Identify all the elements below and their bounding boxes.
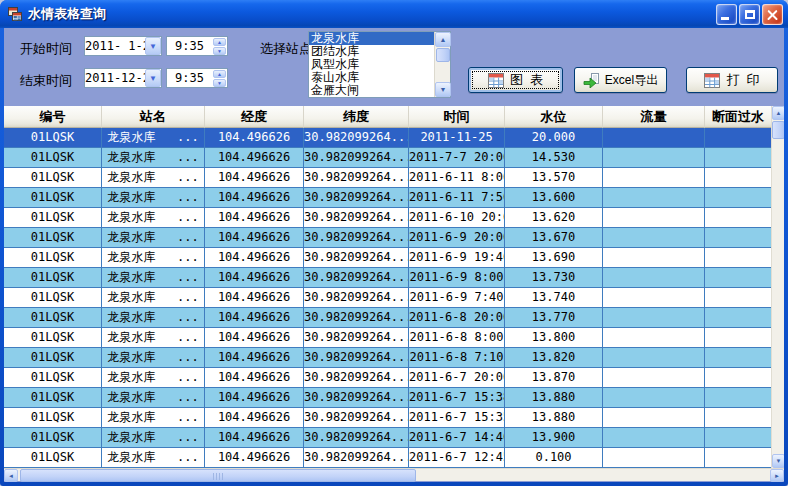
scroll-up-icon[interactable]: ▲ [435,32,451,47]
spin-down-icon[interactable]: ▼ [213,47,226,55]
table-row[interactable]: 01LQSK龙泉水库 ...104.49662630.982099264...2… [4,408,771,428]
print-button[interactable]: 打 印 [686,67,778,93]
table-cell [603,368,705,387]
station-listbox[interactable]: 龙泉水库团结水库凤型水库泰山水库金雁大闸 ▲ ▼ [308,31,451,98]
table-cell: 01LQSK [4,128,102,147]
table-cell: 30.982099264... [304,388,409,407]
scrollbar-thumb[interactable] [772,121,784,139]
table-cell: 30.982099264... [304,368,409,387]
close-button[interactable] [762,4,783,25]
scrollbar-thumb[interactable] [20,469,416,482]
table-row[interactable]: 01LQSK龙泉水库 ...104.49662630.982099264...2… [4,328,771,348]
scroll-down-icon[interactable]: ▼ [435,82,451,97]
station-list-scrollbar[interactable]: ▲ ▼ [434,32,450,97]
table-cell: 13.880 [505,388,603,407]
table-cell: 104.496626 [205,308,304,327]
app-window: 水情表格查询 开始时间 2011- 1-26 ▼ 9:35 ▲ ▼ 结束时间 2… [0,0,788,486]
table-cell [705,368,771,387]
start-date-picker[interactable]: 2011- 1-26 ▼ [84,36,162,56]
table-cell: 2011-6-7 14:40 [409,428,505,447]
table-row[interactable]: 01LQSK龙泉水库 ...104.49662630.982099264...2… [4,348,771,368]
table-cell [603,128,705,147]
table-cell: 龙泉水库 ... [102,448,205,467]
table-row[interactable]: 01LQSK龙泉水库 ...104.49662630.982099264...2… [4,128,771,148]
spin-up-icon[interactable]: ▲ [213,38,226,46]
table-cell: 104.496626 [205,228,304,247]
column-header-3[interactable]: 纬度 [304,106,409,128]
column-header-1[interactable]: 站名 [102,106,205,128]
scroll-right-icon[interactable]: ► [770,469,784,482]
end-date-picker[interactable]: 2011-12-26 ▼ [84,68,162,88]
maximize-button[interactable] [739,4,760,25]
excel-export-button[interactable]: Excel导出 [574,67,667,93]
table-cell [603,248,705,267]
grid-horizontal-scrollbar[interactable]: ◄ ► [4,468,784,481]
table-cell [705,248,771,267]
table-row[interactable]: 01LQSK龙泉水库 ...104.49662630.982099264...2… [4,428,771,448]
table-row[interactable]: 01LQSK龙泉水库 ...104.49662630.982099264...2… [4,268,771,288]
scrollbar-thumb[interactable] [436,48,450,62]
data-grid: 编号站名经度纬度时间水位流量断面过水 01LQSK龙泉水库 ...104.496… [4,106,784,481]
chevron-down-icon[interactable]: ▼ [145,37,161,55]
table-cell [603,408,705,427]
scroll-left-icon[interactable]: ◄ [4,469,18,482]
column-header-2[interactable]: 经度 [205,106,304,128]
table-cell [705,448,771,467]
table-row[interactable]: 01LQSK龙泉水库 ...104.49662630.982099264...2… [4,188,771,208]
table-row[interactable]: 01LQSK龙泉水库 ...104.49662630.982099264...2… [4,228,771,248]
table-row[interactable]: 01LQSK龙泉水库 ...104.49662630.982099264...2… [4,208,771,228]
table-cell: 13.570 [505,168,603,187]
end-time-spinner[interactable]: 9:35 ▲ ▼ [166,68,228,88]
table-cell: 104.496626 [205,268,304,287]
table-cell: 13.870 [505,368,603,387]
table-cell: 104.496626 [205,448,304,467]
table-row[interactable]: 01LQSK龙泉水库 ...104.49662630.982099264...2… [4,388,771,408]
table-cell: 104.496626 [205,368,304,387]
column-header-0[interactable]: 编号 [4,106,102,128]
column-header-5[interactable]: 水位 [505,106,603,128]
table-cell [705,168,771,187]
table-cell: 2011-11-25 [409,128,505,147]
table-row[interactable]: 01LQSK龙泉水库 ...104.49662630.982099264...2… [4,148,771,168]
station-list-item[interactable]: 金雁大闸 [309,84,434,97]
table-grid-icon [704,73,720,88]
column-header-7[interactable]: 断面过水 [705,106,771,128]
minimize-button[interactable] [716,4,737,25]
table-cell [705,148,771,167]
table-cell: 30.982099264... [304,428,409,447]
column-header-6[interactable]: 流量 [603,106,705,128]
table-row[interactable]: 01LQSK龙泉水库 ...104.49662630.982099264...2… [4,288,771,308]
table-cell: 0.100 [505,448,603,467]
spin-down-icon[interactable]: ▼ [213,79,226,87]
scroll-down-icon[interactable]: ▼ [772,454,784,468]
table-row[interactable]: 01LQSK龙泉水库 ...104.49662630.982099264...2… [4,448,771,468]
table-row[interactable]: 01LQSK龙泉水库 ...104.49662630.982099264...2… [4,368,771,388]
spin-up-icon[interactable]: ▲ [213,70,226,78]
scroll-up-icon[interactable]: ▲ [772,106,784,120]
table-row[interactable]: 01LQSK龙泉水库 ...104.49662630.982099264...2… [4,248,771,268]
start-time-spinner[interactable]: 9:35 ▲ ▼ [166,36,228,56]
table-cell: 01LQSK [4,388,102,407]
table-cell: 2011-6-7 12:45 [409,448,505,467]
table-cell: 13.770 [505,308,603,327]
table-row[interactable]: 01LQSK龙泉水库 ...104.49662630.982099264...2… [4,308,771,328]
grid-header: 编号站名经度纬度时间水位流量断面过水 [4,106,771,128]
table-cell [603,328,705,347]
titlebar[interactable]: 水情表格查询 [0,0,788,28]
column-header-4[interactable]: 时间 [409,106,505,128]
start-time-value: 9:35 [167,37,212,55]
grid-vertical-scrollbar[interactable]: ▲ ▼ [771,106,784,468]
table-cell: 龙泉水库 ... [102,288,205,307]
table-cell: 13.670 [505,228,603,247]
table-cell: 01LQSK [4,408,102,427]
table-cell: 2011-6-7 20:00 [409,368,505,387]
table-row[interactable]: 01LQSK龙泉水库 ...104.49662630.982099264...2… [4,168,771,188]
end-time-label: 结束时间 [20,72,72,90]
start-date-value: 2011- 1-26 [85,37,145,55]
table-cell [603,168,705,187]
green-export-arrow-icon [583,73,599,88]
table-cell [603,428,705,447]
chart-button[interactable]: 图 表 [468,67,563,93]
table-cell: 龙泉水库 ... [102,308,205,327]
chevron-down-icon[interactable]: ▼ [145,69,161,87]
